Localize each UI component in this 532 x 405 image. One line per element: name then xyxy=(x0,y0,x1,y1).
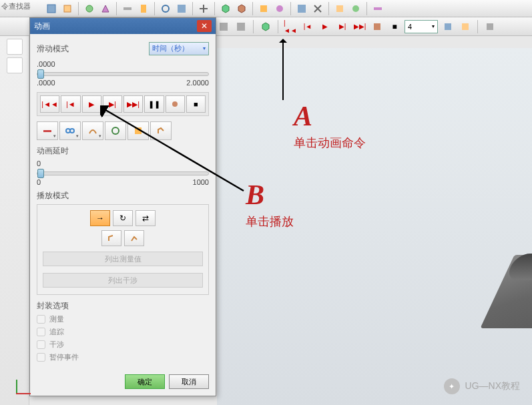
chk-pause-label: 暂停事件 xyxy=(49,352,79,362)
annotation-a: A 单击动画命令 xyxy=(294,100,366,151)
watermark-text: UG—NX教程 xyxy=(465,380,520,392)
chk-trace-label: 追踪 xyxy=(49,327,64,337)
play-once-button[interactable]: → xyxy=(90,210,110,226)
robot-mode-1[interactable] xyxy=(101,230,121,246)
first-frame-button[interactable]: |◄◄ xyxy=(40,95,59,113)
play-pingpong-button[interactable]: ⇄ xyxy=(136,210,156,226)
tb-first-icon[interactable]: |◄◄ xyxy=(283,19,298,34)
chk-measure-row: 测量 xyxy=(37,314,209,324)
separator xyxy=(290,2,291,15)
tb2-btn-end3[interactable] xyxy=(483,19,497,34)
tb-play-icon[interactable]: ▶ xyxy=(318,19,332,34)
time-unit-select[interactable]: 时间（秒） xyxy=(149,42,209,55)
svg-point-11 xyxy=(352,5,359,12)
frame-dropdown[interactable]: 4 xyxy=(405,20,438,33)
left-btn-1[interactable] xyxy=(7,39,23,55)
ok-button[interactable]: 确定 xyxy=(125,374,165,389)
tb-extra-icon[interactable] xyxy=(370,19,384,34)
tool-btn-15[interactable] xyxy=(332,1,347,16)
play-button[interactable]: ▶ xyxy=(82,95,101,113)
tool-btn-3[interactable] xyxy=(82,1,97,16)
tb-prev-icon[interactable]: |◄ xyxy=(300,19,315,34)
watermark: ✦ UG—NX教程 xyxy=(444,378,520,394)
robot-mode-2[interactable] xyxy=(124,230,144,246)
pause-button[interactable]: ❚❚ xyxy=(144,95,164,113)
svg-rect-3 xyxy=(123,7,131,10)
next-frame-button[interactable]: ▶| xyxy=(103,95,122,113)
chk-measure-label: 测量 xyxy=(49,314,64,324)
tool-btn-14[interactable] xyxy=(310,1,325,16)
svg-point-24 xyxy=(112,127,119,134)
close-icon[interactable]: ✕ xyxy=(197,20,212,32)
svg-rect-7 xyxy=(260,5,267,12)
svg-rect-10 xyxy=(336,5,343,12)
chk-pause-row: 暂停事件 xyxy=(37,352,209,362)
tool-btn-12[interactable] xyxy=(272,1,287,16)
left-btn-2[interactable] xyxy=(7,57,23,73)
tool-btn-8[interactable] xyxy=(174,1,189,16)
dialog-footer: 确定 取消 xyxy=(30,370,216,396)
separator xyxy=(192,2,193,15)
tool-btn-11[interactable] xyxy=(256,1,271,16)
svg-rect-21 xyxy=(43,130,51,132)
chk-interfere-row: 干涉 xyxy=(37,340,209,350)
tool-btn-10[interactable] xyxy=(234,1,249,16)
svg-rect-19 xyxy=(487,23,493,30)
toolbar-row-1: 令查找器 xyxy=(0,0,532,17)
separator xyxy=(78,2,79,15)
separator xyxy=(278,20,278,33)
tb2-btn-2[interactable] xyxy=(216,19,231,34)
link-tool[interactable] xyxy=(59,121,81,140)
annotation-b-text: 单击播放 xyxy=(246,214,294,230)
tb-last-icon[interactable]: ▶▶| xyxy=(352,19,367,34)
playback-controls: |◄◄ |◄ ▶ ▶| ▶▶| ❚❚ ■ xyxy=(37,92,209,116)
dialog-titlebar[interactable]: 动画 ✕ xyxy=(30,18,216,34)
animation-dialog: 动画 ✕ 滑动模式 时间（秒） .0000 .0000 2.0000 |◄◄ |… xyxy=(29,17,216,396)
delay-thumb[interactable] xyxy=(37,169,44,178)
slider-thumb[interactable] xyxy=(37,69,44,79)
delay-slider[interactable] xyxy=(37,171,209,175)
trace-tool[interactable] xyxy=(105,121,126,140)
tool-btn-2[interactable] xyxy=(60,1,75,16)
separator xyxy=(253,20,254,33)
tool-btn-4[interactable] xyxy=(98,1,113,16)
tb2-btn-end2[interactable] xyxy=(458,19,473,34)
tool-btn-1[interactable] xyxy=(44,1,59,16)
chk-measure xyxy=(37,315,45,324)
record-button[interactable] xyxy=(166,95,185,113)
chk-pause xyxy=(37,353,45,362)
prev-frame-button[interactable]: |◄ xyxy=(61,95,80,113)
cancel-button[interactable]: 取消 xyxy=(169,374,209,389)
tb2-btn-3[interactable] xyxy=(234,19,248,34)
stop-button[interactable]: ■ xyxy=(186,95,206,113)
svg-rect-17 xyxy=(445,23,451,30)
tool-btn-5[interactable] xyxy=(120,1,135,16)
svg-rect-4 xyxy=(141,5,146,13)
tool-btn-cube[interactable] xyxy=(218,1,233,16)
svg-rect-9 xyxy=(298,5,306,13)
finder-label: 令查找器 xyxy=(1,1,31,11)
motion-tool[interactable] xyxy=(82,121,103,140)
tb2-btn-end1[interactable] xyxy=(441,19,455,34)
svg-rect-18 xyxy=(462,23,469,30)
tool-btn-16[interactable] xyxy=(348,1,363,16)
annotation-a-text: 单击动画命令 xyxy=(294,135,366,151)
tool-btn-13[interactable] xyxy=(294,1,309,16)
interfere-tool[interactable] xyxy=(127,121,149,140)
list-measure-button: 列出测量值 xyxy=(43,252,203,266)
separator xyxy=(252,2,253,15)
tool-btn-9[interactable] xyxy=(196,1,211,16)
tb-stop-icon[interactable]: ■ xyxy=(387,19,402,34)
robot-tool[interactable] xyxy=(150,121,172,140)
animation-button[interactable] xyxy=(258,19,273,34)
last-frame-button[interactable]: ▶▶| xyxy=(123,95,143,113)
play-loop-button[interactable]: ↻ xyxy=(113,210,133,226)
svg-point-23 xyxy=(70,129,74,133)
measure-tool[interactable] xyxy=(37,121,58,140)
annotation-b-letter: B xyxy=(246,179,294,211)
tool-btn-6[interactable] xyxy=(136,1,151,16)
tb-next-icon[interactable]: ▶| xyxy=(335,19,350,34)
tool-btn-17[interactable] xyxy=(370,1,385,16)
tool-btn-7[interactable] xyxy=(158,1,173,16)
time-slider[interactable] xyxy=(37,72,209,76)
